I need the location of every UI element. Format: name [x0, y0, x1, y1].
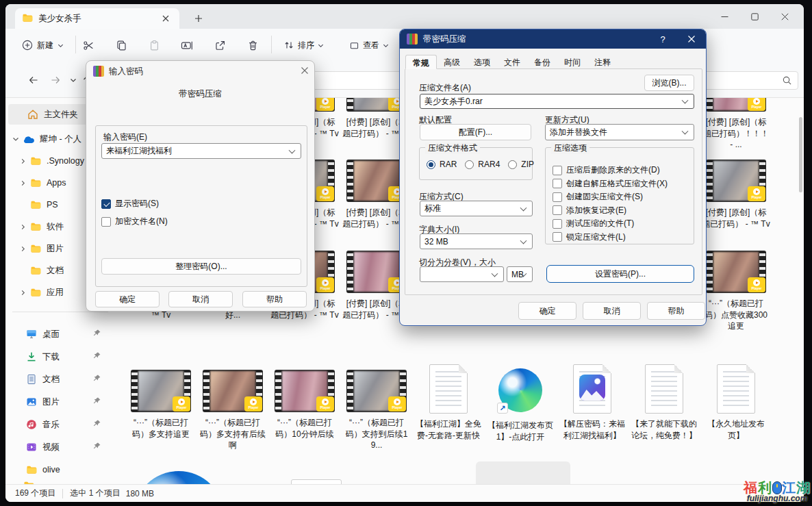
share-button[interactable]: [211, 37, 229, 53]
back-button[interactable]: [25, 71, 42, 89]
chevron-right-icon[interactable]: [16, 246, 29, 252]
checkbox-box[interactable]: [553, 192, 562, 202]
organize-passwords-button[interactable]: 整理密码(O)...: [101, 258, 301, 275]
tab-备份[interactable]: 备份: [527, 55, 557, 69]
checkbox-box[interactable]: [553, 219, 562, 229]
search-input[interactable]: [698, 71, 798, 90]
checkbox-box[interactable]: [553, 179, 562, 188]
update-mode-combobox[interactable]: 添加并替换文件: [545, 124, 694, 140]
file-item[interactable]: 【福利江湖】全免费-无套路-更新快: [414, 370, 483, 441]
help-button[interactable]: 帮助: [242, 291, 307, 307]
checkbox-box[interactable]: [553, 205, 562, 215]
video-thumbnail-censored[interactable]: Player: [706, 251, 766, 293]
file-item[interactable]: Player[付费] [原创]（标题已打码） - ™ Tv: [702, 160, 770, 229]
set-password-button[interactable]: 设置密码(P)...: [546, 265, 694, 283]
sort-button[interactable]: 排序: [278, 36, 329, 55]
archive-name-combobox[interactable]: 美少女杀手0.rar: [420, 94, 694, 109]
minimize-button[interactable]: [709, 7, 739, 26]
close-icon[interactable]: [677, 29, 706, 49]
video-thumbnail-censored[interactable]: Player: [346, 251, 407, 293]
forward-button[interactable]: [47, 71, 64, 89]
video-thumbnail-censored[interactable]: Player: [275, 370, 335, 412]
new-tab-button[interactable]: [192, 12, 205, 25]
cut-button[interactable]: [79, 37, 97, 53]
chevron-down-icon[interactable]: [10, 136, 22, 142]
sidebar-item-下载[interactable]: 下载: [5, 346, 114, 367]
tab-选项[interactable]: 选项: [467, 55, 497, 69]
radio-button[interactable]: [465, 160, 474, 169]
paste-button[interactable]: [145, 37, 163, 53]
video-thumbnail-censored[interactable]: Player: [203, 370, 263, 412]
sidebar-item-桌面[interactable]: 桌面: [5, 324, 114, 344]
close-button[interactable]: [770, 7, 800, 26]
chevron-right-icon[interactable]: [16, 224, 29, 230]
option-checkbox-2[interactable]: 创建自解压格式压缩文件(X): [553, 178, 668, 190]
tab-高级[interactable]: 高级: [437, 55, 467, 69]
file-item[interactable]: Player“···”（标题已打码）点赞收藏300追更: [702, 251, 770, 332]
radio-button[interactable]: [427, 160, 435, 169]
split-size-combobox[interactable]: [420, 266, 504, 282]
sidebar-item-音乐[interactable]: 音乐: [5, 414, 114, 435]
file-item[interactable]: 【永久地址发布页】: [702, 370, 770, 441]
file-item[interactable]: 【来了就能下载的论坛，纯免费！】: [630, 370, 698, 441]
sidebar-item-图片[interactable]: 图片: [5, 392, 114, 412]
chevron-right-icon[interactable]: [16, 158, 29, 164]
file-item[interactable]: ↗【福利江湖发布页1】-点此打开: [486, 370, 555, 442]
rename-button[interactable]: [178, 37, 196, 53]
explorer-tab[interactable]: 美少女杀手: [15, 8, 179, 29]
file-item[interactable]: Player“···”（标题已打码）支持到后续19...: [342, 370, 411, 451]
option-checkbox-1[interactable]: 压缩后删除原来的文件(D): [553, 164, 660, 176]
dictionary-combobox[interactable]: 32 MB: [420, 233, 533, 249]
checkbox-1[interactable]: 显示密码(S): [101, 198, 159, 210]
video-thumbnail-censored[interactable]: Player: [706, 160, 766, 202]
checkbox-2[interactable]: 加密文件名(N): [101, 216, 168, 227]
sidebar-item-文档[interactable]: 文档: [5, 369, 114, 390]
radio-RAR[interactable]: RAR: [427, 160, 457, 169]
tab-注释[interactable]: 注释: [587, 55, 618, 69]
radio-RAR4[interactable]: RAR4: [465, 160, 500, 169]
profiles-button[interactable]: 配置(F)...: [420, 124, 531, 140]
tab-常规[interactable]: 常规: [405, 55, 437, 69]
delete-button[interactable]: [244, 37, 262, 53]
ok-button[interactable]: 确定: [95, 291, 160, 307]
help-icon[interactable]: ?: [648, 29, 677, 49]
tab-文件[interactable]: 文件: [497, 55, 527, 69]
option-checkbox-4[interactable]: 添加恢复记录(E): [553, 205, 626, 216]
option-checkbox-3[interactable]: 创建固实压缩文件(S): [553, 191, 643, 203]
file-item[interactable]: Player“···”（标题已打码）多支持追更: [127, 370, 195, 440]
close-icon[interactable]: [301, 66, 309, 77]
chevron-right-icon[interactable]: [16, 180, 29, 186]
cancel-button[interactable]: 取消: [168, 291, 233, 307]
sidebar-item-clipped-folder[interactable]: [5, 475, 114, 484]
radio-ZIP[interactable]: ZIP: [508, 160, 534, 169]
sidebar-item-视频[interactable]: 视频: [5, 437, 114, 457]
radio-button[interactable]: [508, 160, 517, 169]
option-checkbox-6[interactable]: 锁定压缩文件(L): [553, 231, 626, 243]
file-item[interactable]: Player“···”（标题已打码）多支持有后续啊: [199, 370, 267, 451]
checkbox-box[interactable]: [101, 199, 111, 209]
checkbox-box[interactable]: [553, 232, 562, 242]
browse-button[interactable]: 浏览(B)...: [644, 75, 694, 91]
dialog-titlebar[interactable]: 带密码压缩 ?: [400, 29, 706, 49]
checkbox-box[interactable]: [101, 217, 111, 227]
video-thumbnail-censored[interactable]: Player: [346, 160, 407, 202]
cancel-button[interactable]: 取消: [583, 302, 641, 320]
ok-button[interactable]: 确定: [518, 302, 576, 320]
maximize-button[interactable]: [739, 7, 770, 26]
password-combobox[interactable]: 来福利江湖找福利: [101, 143, 301, 159]
checkbox-box[interactable]: [553, 166, 562, 175]
dialog-titlebar[interactable]: 输入密码: [86, 61, 314, 81]
method-combobox[interactable]: 标准: [420, 201, 533, 216]
new-button[interactable]: 新建: [15, 36, 71, 55]
tab-时间[interactable]: 时间: [557, 55, 587, 69]
file-item[interactable]: 【解压密码：来福利江湖找福利】: [558, 370, 626, 441]
copy-button[interactable]: [112, 37, 130, 53]
option-checkbox-5[interactable]: 测试压缩的文件(T): [553, 218, 634, 229]
tab-close-icon[interactable]: [159, 12, 173, 25]
video-thumbnail-censored[interactable]: Player: [346, 370, 407, 412]
video-thumbnail-censored[interactable]: Player: [131, 370, 191, 412]
chevron-right-icon[interactable]: [16, 290, 29, 296]
split-unit-combobox[interactable]: MB: [507, 266, 533, 282]
file-item[interactable]: Player“···”（标题已打码）10分钟后续: [270, 370, 339, 440]
vertical-scrollbar[interactable]: [797, 100, 804, 483]
